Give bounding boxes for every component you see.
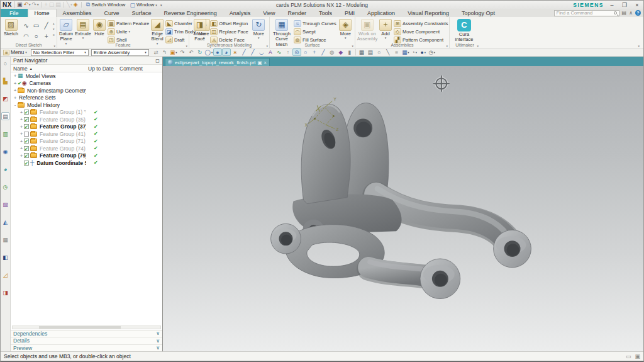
expander-icon[interactable]: + [19,145,24,151]
tree-row[interactable]: +✔Feature Group (35) "T...✔ [11,116,162,123]
snap-center-icon[interactable]: ⊙ [292,48,301,56]
roles-icon[interactable]: ▦ [1,235,9,244]
wireframe-icon[interactable]: ∗ [231,48,240,56]
minimize-button[interactable]: – [608,2,616,8]
part-file-tab[interactable]: eclipsepart_topopt_rework_finish.prt ▣ × [165,58,270,66]
sketch-button[interactable]: ▨ Sketch [3,18,19,37]
move-component-button[interactable]: ◇Move Component [394,28,448,35]
switch-window-button[interactable]: ⧉Switch Window [85,1,127,8]
section-dependencies[interactable]: Dependencies∨ [11,330,162,337]
circle-icon[interactable]: ○ [31,31,41,41]
pie-icon[interactable]: ◔▾ [410,48,419,56]
3d-viewport[interactable]: Y Z X [163,66,643,351]
find-command-box[interactable]: Find a Command [554,10,619,16]
tab-assemblies[interactable]: Assemblies [57,9,98,17]
snap-point-icon[interactable]: + [310,48,319,56]
sketch-group-scroll[interactable]: ▴▾≡ [53,18,55,37]
surface-more-button[interactable]: ◈ More▾ [338,18,353,40]
hd3d-tools-icon[interactable]: ◉ [1,147,9,156]
snap-diamond-icon[interactable]: ◆ [336,48,345,56]
surface-dialog-caret[interactable]: ▾ [352,44,353,48]
sphere-icon[interactable]: ●▾ [419,48,428,56]
expander-icon[interactable]: - [13,102,18,108]
direct-sketch-dialog-caret[interactable]: ▾ [53,44,55,48]
ultimaker-dialog-caret[interactable]: ▾ [477,44,479,48]
expander-icon[interactable]: + [19,131,24,137]
panel-options-icon[interactable]: ◻ [155,58,160,64]
extrude-button[interactable]: ▤ Extrude▾ [75,18,91,40]
edge-blend-button[interactable]: ◢ Edge Blend▾ [151,18,164,45]
snap-slash-icon[interactable]: ╱ [319,48,328,56]
table-icon[interactable]: ▦▾ [401,48,410,56]
expander-icon[interactable]: + [19,153,24,159]
offset-region-button[interactable]: ◧Offset Region [210,20,248,27]
system-scenes-icon[interactable]: ◧ [1,253,9,261]
tree-row[interactable]: +✔Feature Group (71) "T...✔ [11,138,162,145]
visibility-checkbox[interactable]: ✔ [24,161,29,166]
tab-render[interactable]: Render [282,9,313,17]
visibility-checkbox[interactable]: ✔ [24,124,29,129]
replace-face-button[interactable]: ◫Replace Face [210,28,248,35]
visibility-checkbox[interactable]: ✔ [24,139,29,144]
tab-topology-opt[interactable]: Topology Opt [455,9,501,17]
refresh-icon[interactable]: ↻ [196,48,204,56]
redo-view-icon[interactable]: ↷ [178,48,187,56]
visibility-checkbox[interactable]: ✔ [24,117,29,122]
add-icon[interactable]: + [45,2,48,8]
tab-curve[interactable]: Curve [98,9,126,17]
section-details[interactable]: Details∨ [11,337,162,344]
process-studio-icon[interactable]: ▧ [1,200,9,208]
minimize-ribbon-icon[interactable]: ∧ [629,10,633,16]
expander-icon[interactable]: + [19,116,24,122]
lasso-icon[interactable]: ◯▾ [204,48,213,56]
manufacturing-wizard-icon[interactable]: ◭ [1,218,9,226]
tab-surface[interactable]: Surface [126,9,158,17]
spinner-icon[interactable]: ○ [1,59,9,67]
hole-button[interactable]: ◉ Hole [93,18,106,37]
snap-arc-icon[interactable]: ◡ [257,48,266,56]
synchronous-dialog-caret[interactable]: ▾ [266,44,268,48]
shaded-view-icon[interactable]: ● [213,48,222,56]
status-window-icon[interactable]: ▭ [626,353,631,359]
expander-icon[interactable]: + [13,95,18,101]
tab-home[interactable]: Home [28,9,57,17]
redo-icon[interactable]: ↷▾ [31,2,38,8]
tab-reverse-engineering[interactable]: Reverse Engineering [158,9,223,17]
pin-tab-icon[interactable]: ▣ [258,60,262,65]
paste-icon[interactable]: ▤ [55,2,61,8]
feature-dialog-caret[interactable]: ▾ [186,44,187,48]
pan-icon[interactable]: ⇄ [152,48,160,56]
column-up-to-date[interactable]: Up to Date [86,65,118,72]
synchronous-more-button[interactable]: ↻ More▾ [250,18,267,40]
tab-visual-reporting[interactable]: Visual Reporting [401,9,455,17]
tree-row[interactable]: +✔Feature Group (37) "T...✔ [11,123,162,131]
visibility-checkbox[interactable]: ✔ [24,153,29,158]
ribbon-options-icon[interactable]: ▤ [622,10,627,16]
tree-row[interactable]: ✔┼Datum Coordinate S...✔ [11,159,162,167]
close-button[interactable]: × [633,2,641,8]
visibility-checkbox[interactable]: ✔ [24,146,29,151]
tree-row[interactable]: +Reference Sets [11,94,162,102]
ribbon-options-caret[interactable]: ▾ [638,44,640,48]
selection-scope-dropdown[interactable]: Entire Assembly▾ [91,49,149,56]
expander-icon[interactable]: + [19,110,24,115]
close-tab-icon[interactable]: × [264,60,267,65]
tab-application[interactable]: Application [361,9,401,17]
quick-access-options-caret[interactable]: ▾ [160,3,162,7]
through-curves-button[interactable]: ≈Through Curves [294,20,336,27]
expander-icon[interactable]: + [13,81,18,86]
move-face-button[interactable]: ◨ Move Face [191,18,208,42]
tab-tools[interactable]: Tools [313,9,338,17]
image-icon[interactable]: ▤ [366,48,375,56]
snap-vertex-icon[interactable]: ↑ [284,48,292,56]
status-monitor-icon[interactable]: ▣ [635,353,640,359]
reuse-library-icon[interactable]: ▥ [1,130,9,138]
copy-icon[interactable]: ▢ [49,2,55,8]
reorient-icon[interactable]: ↰ [160,48,169,56]
tree-row[interactable]: -Model History [11,101,162,109]
tree-row[interactable]: +✔Feature Group (74) "X...✔ [11,145,162,152]
assemblies-dialog-caret[interactable]: ▾ [446,44,448,48]
tab-analysis[interactable]: Analysis [223,9,257,17]
tree-row[interactable]: +Non-timestamp Geometry [11,87,162,94]
rectangle-icon[interactable]: ▭ [31,20,41,30]
